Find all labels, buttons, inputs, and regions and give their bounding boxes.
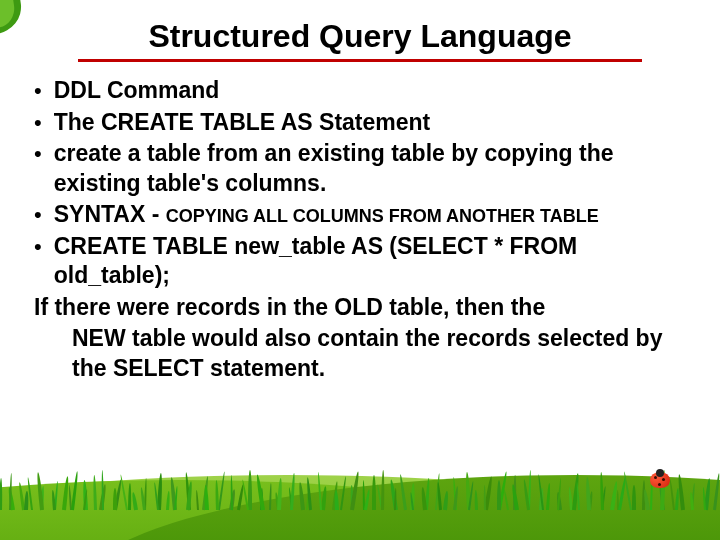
bullet-icon: • — [34, 76, 42, 106]
bullet-icon: • — [34, 139, 42, 169]
bullet-item: • CREATE TABLE new_table AS (SELECT * FR… — [32, 232, 692, 291]
slide-content: • DDL Command • The CREATE TABLE AS Stat… — [28, 76, 692, 383]
ladybug-icon — [650, 472, 670, 488]
bullet-item: • create a table from an existing table … — [32, 139, 692, 198]
bullet-icon: • — [34, 108, 42, 138]
bullet-item: • SYNTAX - COPYING ALL COLUMNS FROM ANOT… — [32, 200, 692, 230]
slide-title: Structured Query Language — [78, 18, 642, 62]
bullet-icon: • — [34, 232, 42, 262]
bullet-text: CREATE TABLE new_table AS (SELECT * FROM… — [54, 232, 692, 291]
bullet-text: create a table from an existing table by… — [54, 139, 692, 198]
footer-text-line: If there were records in the OLD table, … — [32, 293, 692, 322]
syntax-subtext: COPYING ALL COLUMNS FROM ANOTHER TABLE — [166, 206, 599, 226]
bullet-item: • DDL Command — [32, 76, 692, 106]
bullet-item: • The CREATE TABLE AS Statement — [32, 108, 692, 138]
slide-body: Structured Query Language • DDL Command … — [0, 0, 720, 540]
syntax-prefix: SYNTAX - — [54, 201, 166, 227]
bullet-text: The CREATE TABLE AS Statement — [54, 108, 692, 137]
bullet-text: SYNTAX - COPYING ALL COLUMNS FROM ANOTHE… — [54, 200, 692, 229]
bullet-text: DDL Command — [54, 76, 692, 105]
footer-text-line: NEW table would also contain the records… — [32, 324, 692, 383]
bullet-icon: • — [34, 200, 42, 230]
